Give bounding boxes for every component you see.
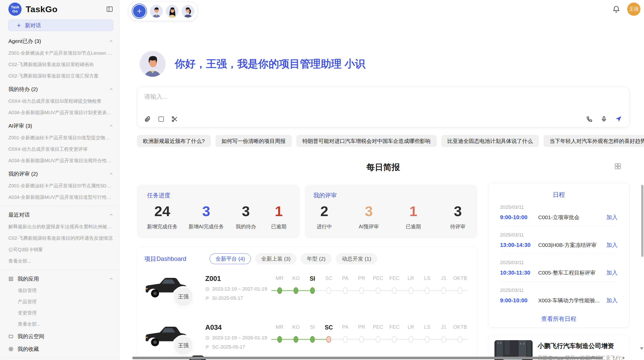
member-avatar[interactable] bbox=[182, 5, 194, 18]
sidebar-item-product-mgmt[interactable]: 产品管理 bbox=[18, 298, 113, 305]
section-header-agent-done[interactable]: Agent已办 (3) bbox=[8, 38, 113, 45]
clock-icon bbox=[205, 336, 210, 340]
news-card[interactable]: 小鹏飞行汽车制造公司增资 天眼查 App 显示，近日广州汇天飞行汽... bbox=[488, 335, 630, 360]
horizontal-scrollbar[interactable] bbox=[132, 357, 603, 359]
schedule-item[interactable]: 2025/03/11 10:30-11:30 C005-整车工程目标评审 加入 bbox=[500, 254, 618, 282]
filter-tab-new-top[interactable]: 全新上装 (3) bbox=[255, 253, 297, 264]
scroll-right-arrow-icon[interactable] bbox=[623, 356, 625, 359]
milestone-dot-cell bbox=[452, 287, 469, 294]
milestone-label: FEC bbox=[386, 275, 403, 282]
chevron-up-icon[interactable] bbox=[109, 39, 113, 43]
join-link[interactable]: 加入 bbox=[606, 269, 618, 277]
vertical-scrollbar[interactable] bbox=[641, 185, 643, 257]
phone-icon[interactable] bbox=[586, 116, 593, 123]
task-item[interactable]: C0X4-动力总成开发项目SI里程碑提交物检查 bbox=[8, 98, 113, 104]
sidebar-item-change-mgmt[interactable]: 变更管理 bbox=[18, 310, 113, 316]
join-link[interactable]: 加入 bbox=[606, 214, 618, 221]
layout-grid-icon[interactable] bbox=[614, 163, 621, 170]
schedule-card: 日程 2025/03/11 9:00-10:00 C001-立项审批会 加入 2… bbox=[488, 183, 630, 328]
chevron-up-icon[interactable] bbox=[109, 172, 113, 176]
milestone-dot bbox=[441, 336, 446, 343]
stat-label: 已逾期 bbox=[402, 223, 424, 230]
recent-item[interactable]: C02-飞腾新能源轻客改款项目的闭环通告反馈情况 bbox=[8, 235, 113, 241]
scroll-down-arrow-icon[interactable] bbox=[640, 347, 643, 350]
schedule-name: C003|H0B-方案冻结评审 bbox=[538, 242, 606, 249]
join-link[interactable]: 加入 bbox=[606, 297, 618, 304]
suggestion-chip[interactable]: 当下年轻人对汽车外观有怎样的喜好趋势 bbox=[544, 135, 644, 147]
section-title: AI评审 (3) bbox=[8, 122, 32, 129]
task-item[interactable]: C0X4-动力总成开发项目工程变更评审 bbox=[8, 146, 113, 152]
owner-name: 王强 bbox=[178, 293, 189, 300]
notification-bell-icon[interactable] bbox=[612, 5, 620, 13]
stat-col: 3 待评审 bbox=[447, 203, 469, 230]
sidebar-item-my-apps[interactable]: 我的应用 bbox=[8, 275, 113, 282]
new-chat-button[interactable]: 新对话 bbox=[8, 20, 113, 31]
task-item[interactable]: A034-全新新能源MUV产品开发项目计划变更表编写 bbox=[8, 109, 113, 116]
suggestion-chip[interactable]: 比亚迪全固态电池计划具体说了什么 bbox=[441, 135, 539, 147]
project-row[interactable]: 王强 Z001 2023-12-19 ~ 2027-01-19 SI-2025-… bbox=[144, 274, 477, 313]
task-item[interactable]: A034-全新新能源MUV产品开发项目造型可行性评审 bbox=[8, 194, 113, 200]
recent-item-view-all[interactable]: 查看全部... bbox=[8, 258, 113, 264]
recent-item[interactable]: 公司Q3轻卡销量 bbox=[8, 246, 113, 253]
task-item[interactable]: Z001-全新燃油轻卡产品开发项目SI节点属性5D文件评审 bbox=[8, 183, 113, 189]
add-session-button[interactable] bbox=[133, 5, 146, 18]
schedule-item[interactable]: 2025/03/11 13:00-14:30 C003|H0B-方案冻结评审 加… bbox=[500, 227, 618, 254]
milestone-dot bbox=[326, 287, 331, 294]
filter-tab-year-model[interactable]: 年型 (2) bbox=[301, 253, 331, 264]
user-avatar[interactable]: 王强 bbox=[627, 3, 640, 16]
milestone-dot bbox=[343, 336, 348, 343]
task-item[interactable]: A034-全新新能源MUV产品开发项目法规符合性评审 bbox=[8, 157, 113, 164]
image-icon[interactable] bbox=[158, 116, 165, 123]
schedule-name: C005-整车工程目标评审 bbox=[538, 269, 606, 276]
stats-row: 任务进度 24 新增完成任务 3 新增AI完成任务 3 我的待办 1 已逾期 我… bbox=[137, 185, 477, 238]
join-link[interactable]: 加入 bbox=[606, 241, 618, 249]
view-all-schedules-link[interactable]: 查看所有日程 bbox=[488, 315, 629, 323]
recent-item[interactable]: 解释最新出台的欧盟报废车法规再生塑料比例被调至15%... bbox=[8, 223, 113, 230]
milestone-label: MR bbox=[271, 275, 288, 282]
chevron-up-icon[interactable] bbox=[109, 213, 113, 217]
task-item[interactable]: C02-飞腾新能源轻客改款项目立项汇报方案 bbox=[8, 73, 113, 79]
task-item[interactable]: Z001-全新燃油皮卡产品开发项目SI节点Lesson Learn报告 bbox=[8, 50, 113, 56]
stat-col: 2 进行中 bbox=[313, 203, 335, 230]
milestone-dot bbox=[277, 287, 282, 294]
scissors-icon[interactable] bbox=[171, 116, 178, 123]
chat-input-card bbox=[137, 87, 630, 127]
sidebar-header: Task Go TaskGo bbox=[8, 3, 113, 16]
section-header-ai-review[interactable]: AI评审 (3) bbox=[8, 122, 113, 129]
schedule-item[interactable]: 2025/03/11 9:00-10:00 X003-车辆动力学性能验... 加… bbox=[500, 282, 618, 309]
member-avatar[interactable] bbox=[166, 5, 179, 18]
task-item[interactable]: C02-飞腾新能源轻客改款项目里程碑画布 bbox=[8, 61, 113, 68]
schedule-item[interactable]: 2025/03/11 9:00-10:00 C001-立项审批会 加入 bbox=[500, 199, 618, 227]
milestone-dot-cell bbox=[337, 287, 354, 294]
sidebar-collapse-icon[interactable] bbox=[106, 6, 113, 13]
milestone-track: MR KO SI SC PA PR PEC FEC LR LS J1 OKTB bbox=[271, 274, 468, 313]
suggestion-chip[interactable]: 如何写一份清晰的项目周报 bbox=[215, 135, 292, 147]
filter-tab-new-platform[interactable]: 全新平台 (4) bbox=[210, 253, 251, 264]
sidebar-item-view-all-apps[interactable]: 查看全部... bbox=[18, 321, 113, 327]
chevron-up-icon[interactable] bbox=[109, 277, 113, 281]
sidebar-item-favorites[interactable]: 我的收藏 bbox=[8, 346, 113, 353]
milestone-dot-cell bbox=[435, 336, 452, 343]
sidebar-item-cloud-space[interactable]: 我的云空间 bbox=[8, 333, 113, 340]
chevron-up-icon[interactable] bbox=[109, 124, 113, 128]
suggestion-chip[interactable]: 特朗普可能对进口汽车增税会对中国车企造成哪些影响 bbox=[296, 135, 437, 147]
divider bbox=[0, 205, 119, 206]
section-title: 我的评审 (2) bbox=[8, 170, 38, 177]
suggestion-chip[interactable]: 欧洲新规最近颁布了什么? bbox=[137, 135, 211, 147]
task-item[interactable]: Z001-全新燃油轻卡产品开发项目SI造型提交物评审 bbox=[8, 134, 113, 141]
filter-tab-powertrain[interactable]: 动总开发 (1) bbox=[336, 253, 377, 264]
section-header-recent[interactable]: 最近对话 bbox=[8, 211, 113, 218]
chevron-up-icon[interactable] bbox=[109, 87, 113, 91]
mic-icon[interactable] bbox=[601, 116, 607, 123]
logo-text-bottom: Go bbox=[12, 9, 18, 13]
sidebar-item-project-mgmt[interactable]: 项目管理 bbox=[18, 287, 113, 294]
chat-input[interactable] bbox=[144, 93, 622, 100]
paperclip-icon[interactable] bbox=[144, 116, 151, 123]
milestone-label: OKTB bbox=[452, 275, 469, 282]
send-icon[interactable] bbox=[615, 115, 622, 123]
section-header-my-todo[interactable]: 我的待办 (2) bbox=[8, 86, 113, 93]
member-avatar[interactable] bbox=[150, 5, 163, 18]
section-header-my-review[interactable]: 我的评审 (2) bbox=[8, 170, 113, 177]
milestone-dot-overdue bbox=[326, 336, 331, 343]
milestone-label: OKTB bbox=[452, 324, 469, 331]
